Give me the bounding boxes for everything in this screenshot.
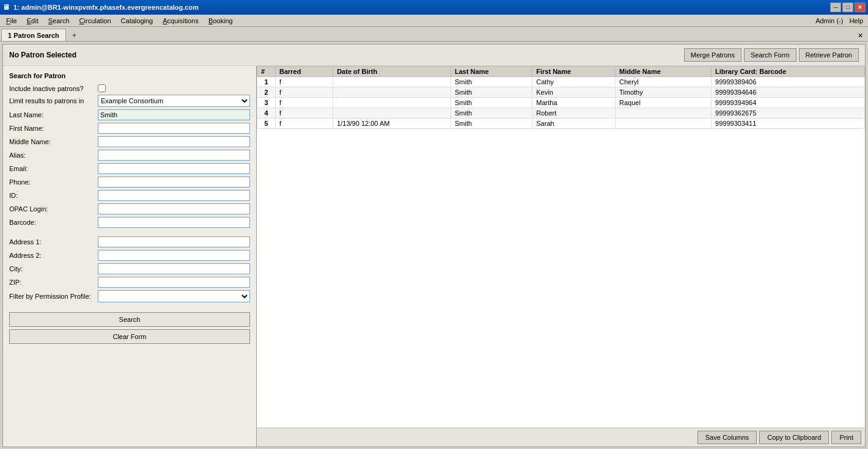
address2-input[interactable] <box>98 250 250 261</box>
first-name-input[interactable] <box>98 123 250 134</box>
menu-booking[interactable]: Booking <box>204 16 238 25</box>
tab-add-button[interactable]: + <box>67 29 82 41</box>
city-input[interactable] <box>98 263 250 274</box>
limit-results-select[interactable]: Example Consortium <box>98 95 250 107</box>
table-header-row: # Barred Date of Birth Last Name First N… <box>257 67 865 77</box>
first-name-label: First Name: <box>9 125 98 132</box>
search-button[interactable]: Search <box>9 312 250 327</box>
cell-first: Sarah <box>532 119 616 129</box>
phone-input[interactable] <box>98 177 250 188</box>
results-table: # Barred Date of Birth Last Name First N… <box>257 66 865 129</box>
include-inactive-checkbox[interactable] <box>98 84 106 92</box>
title-bar-text: 1: admin@BR1-winxpvmfx.phasefx.evergreen… <box>13 4 199 11</box>
id-input[interactable] <box>98 190 250 201</box>
cell-first: Kevin <box>532 87 616 98</box>
limit-results-label: Limit results to patrons in <box>9 97 98 104</box>
middle-name-label: Middle Name: <box>9 138 98 145</box>
tab-label: 1 Patron Search <box>8 32 59 39</box>
city-row: City: <box>9 263 250 274</box>
menu-admin[interactable]: Admin (-) <box>815 17 843 24</box>
col-barcode: Library Card: Barcode <box>712 67 865 77</box>
cell-middle <box>615 108 711 119</box>
cell-barcode: 99999394964 <box>712 98 865 108</box>
cell-dob <box>333 108 451 119</box>
tab-close-button[interactable]: ✕ <box>854 31 867 41</box>
barcode-label: Barcode: <box>9 219 98 226</box>
col-num: # <box>257 67 276 77</box>
last-name-label: Last Name: <box>9 111 98 119</box>
opac-login-label: OPAC Login: <box>9 205 98 213</box>
address2-row: Address 2: <box>9 250 250 261</box>
filter-profile-select[interactable] <box>98 290 250 302</box>
cell-first: Robert <box>532 108 616 119</box>
print-button[interactable]: Print <box>831 431 861 444</box>
tab-bar: 1 Patron Search + ✕ <box>0 27 868 42</box>
main-container: No Patron Selected Merge Patrons Search … <box>2 44 866 447</box>
table-row[interactable]: 5 f 1/13/90 12:00 AM Smith Sarah 9999930… <box>257 119 865 129</box>
cell-barcode: 99999362675 <box>712 108 865 119</box>
include-inactive-label: Include inactive patrons? <box>9 85 98 92</box>
table-row[interactable]: 2 f Smith Kevin Timothy 99999394646 <box>257 87 865 98</box>
id-row: ID: <box>9 190 250 201</box>
middle-name-input[interactable] <box>98 136 250 147</box>
table-row[interactable]: 4 f Smith Robert 99999362675 <box>257 108 865 119</box>
title-bar-left: 🖥 1: admin@BR1-winxpvmfx.phasefx.evergre… <box>2 3 199 12</box>
menu-acquisitions[interactable]: Acquisitions <box>158 16 204 25</box>
cell-num: 5 <box>257 119 276 129</box>
cell-num: 3 <box>257 98 276 108</box>
cell-num: 4 <box>257 108 276 119</box>
limit-results-row: Limit results to patrons in Example Cons… <box>9 95 250 107</box>
menu-cataloging[interactable]: Cataloging <box>116 16 158 25</box>
search-panel: Search for Patron Include inactive patro… <box>3 66 257 447</box>
col-dob: Date of Birth <box>333 67 451 77</box>
cell-barred: f <box>276 77 333 87</box>
content-area: Search for Patron Include inactive patro… <box>3 66 865 447</box>
menu-search[interactable]: Search <box>43 16 75 25</box>
tab-patron-search[interactable]: 1 Patron Search <box>1 29 66 41</box>
search-form-title: Search for Patron <box>9 72 250 79</box>
clear-form-button[interactable]: Clear Form <box>9 329 250 344</box>
address1-input[interactable] <box>98 236 250 247</box>
table-row[interactable]: 1 f Smith Cathy Cheryl 99999389406 <box>257 77 865 87</box>
email-input[interactable] <box>98 163 250 174</box>
retrieve-patron-button[interactable]: Retrieve Patron <box>799 48 859 62</box>
alias-input[interactable] <box>98 150 250 161</box>
cell-num: 1 <box>257 77 276 87</box>
table-row[interactable]: 3 f Smith Martha Raquel 99999394964 <box>257 98 865 108</box>
barcode-input[interactable] <box>98 217 250 228</box>
merge-patrons-button[interactable]: Merge Patrons <box>684 48 741 62</box>
col-first: First Name <box>532 67 616 77</box>
first-name-row: First Name: <box>9 123 250 134</box>
menu-circulation[interactable]: Circulation <box>75 16 116 25</box>
results-table-container: # Barred Date of Birth Last Name First N… <box>257 66 865 428</box>
save-columns-button[interactable]: Save Columns <box>697 431 757 444</box>
last-name-input[interactable] <box>98 109 250 120</box>
no-patron-label: No Patron Selected <box>9 51 76 59</box>
cell-barred: f <box>276 108 333 119</box>
col-barred: Barred <box>276 67 333 77</box>
cell-last: Smith <box>451 87 532 98</box>
header-buttons: Merge Patrons Search Form Retrieve Patro… <box>684 48 859 62</box>
col-last: Last Name <box>451 67 532 77</box>
copy-clipboard-button[interactable]: Copy to Clipboard <box>759 431 829 444</box>
menu-help[interactable]: Help <box>849 17 863 24</box>
menu-edit[interactable]: Edit <box>22 16 43 25</box>
minimize-button[interactable]: ─ <box>830 2 841 12</box>
cell-last: Smith <box>451 119 532 129</box>
include-inactive-row: Include inactive patrons? <box>9 84 250 92</box>
search-form-button[interactable]: Search Form <box>744 48 796 62</box>
cell-middle <box>615 119 711 129</box>
cell-dob <box>333 77 451 87</box>
menu-file[interactable]: File <box>1 16 22 25</box>
address1-row: Address 1: <box>9 236 250 247</box>
close-button[interactable]: ✕ <box>855 2 866 12</box>
barcode-row: Barcode: <box>9 217 250 228</box>
zip-input[interactable] <box>98 277 250 288</box>
cell-middle: Raquel <box>615 98 711 108</box>
opac-login-input[interactable] <box>98 203 250 214</box>
cell-first: Cathy <box>532 77 616 87</box>
cell-middle: Cheryl <box>615 77 711 87</box>
maximize-button[interactable]: □ <box>842 2 853 12</box>
filter-profile-label: Filter by Permission Profile: <box>9 293 98 300</box>
results-tbody: 1 f Smith Cathy Cheryl 99999389406 2 f S… <box>257 77 865 129</box>
